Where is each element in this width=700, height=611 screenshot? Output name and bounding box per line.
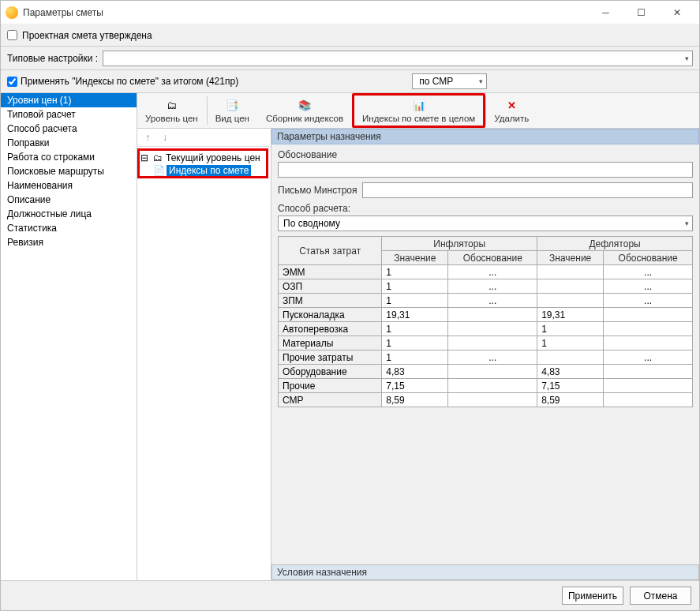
cell-inf-value[interactable]: 1 bbox=[382, 336, 448, 350]
tb-label: Уровень цен bbox=[145, 114, 198, 123]
cell-def-value[interactable] bbox=[537, 279, 604, 294]
cell-def-value[interactable]: 7,15 bbox=[537, 379, 604, 393]
sidebar-item-typical[interactable]: Типовой расчет bbox=[1, 107, 137, 122]
cell-inf-just[interactable] bbox=[448, 365, 537, 379]
sidebar-item-rows[interactable]: Работа со строками bbox=[1, 150, 137, 164]
data-grid[interactable]: Статья затрат Инфляторы Дефляторы Значен… bbox=[278, 236, 693, 407]
cell-def-value[interactable]: 4,83 bbox=[537, 365, 604, 379]
col-inf-just: Обоснование bbox=[448, 251, 537, 265]
table-row[interactable]: ЗПМ 1 ... ... bbox=[279, 294, 693, 308]
apply-indices-checkbox[interactable] bbox=[7, 77, 17, 87]
approved-checkbox[interactable] bbox=[7, 30, 17, 40]
sidebar-item-price-levels[interactable]: Уровни цен (1) bbox=[1, 93, 137, 107]
letter-input[interactable] bbox=[362, 182, 693, 198]
table-row[interactable]: Оборудование 4,83 4,83 bbox=[279, 365, 693, 379]
table-row[interactable]: ОЗП 1 ... ... bbox=[279, 279, 693, 294]
titlebar: Параметры сметы ─ ☐ ✕ bbox=[1, 1, 699, 24]
cell-inf-value[interactable]: 1 bbox=[382, 322, 448, 336]
close-button[interactable]: ✕ bbox=[659, 2, 694, 24]
table-row[interactable]: Прочие затраты 1 ... ... bbox=[279, 350, 693, 365]
cell-inf-just[interactable] bbox=[448, 322, 537, 336]
table-row[interactable]: Прочие 7,15 7,15 bbox=[279, 379, 693, 393]
method-value: По сводному bbox=[283, 218, 340, 229]
apply-indices-label: Применять "Индексы по смете" за итогом (… bbox=[21, 76, 238, 87]
cell-inf-just[interactable] bbox=[448, 393, 537, 407]
cell-article: Пусконаладка bbox=[279, 308, 382, 322]
toolbar: 🗂 Уровень цен 📑 Вид цен 📚 Сборник индекс… bbox=[137, 93, 699, 129]
type-settings-combo[interactable]: ▾ bbox=[103, 51, 693, 66]
cell-def-just[interactable] bbox=[604, 393, 693, 407]
tb-collection[interactable]: 📚 Сборник индексов bbox=[258, 93, 352, 128]
cell-inf-just[interactable]: ... bbox=[448, 279, 537, 294]
tb-delete[interactable]: ✕ Удалить bbox=[486, 93, 537, 128]
app-icon bbox=[6, 6, 18, 19]
minimize-button[interactable]: ─ bbox=[588, 2, 623, 24]
cell-inf-value[interactable]: 4,83 bbox=[382, 365, 448, 379]
cell-def-value[interactable] bbox=[537, 294, 604, 308]
cell-def-just[interactable]: ... bbox=[604, 265, 693, 279]
sidebar-item-officials[interactable]: Должностные лица bbox=[1, 207, 137, 221]
cancel-button[interactable]: Отмена bbox=[630, 587, 691, 605]
tb-view-prices[interactable]: 📑 Вид цен bbox=[208, 93, 258, 128]
table-row[interactable]: СМР 8,59 8,59 bbox=[279, 393, 693, 407]
cell-inf-value[interactable]: 1 bbox=[382, 294, 448, 308]
method-select[interactable]: По сводному ▾ bbox=[278, 216, 693, 231]
sidebar-item-statistics[interactable]: Статистика bbox=[1, 221, 137, 235]
sidebar-item-routes[interactable]: Поисковые маршруты bbox=[1, 164, 137, 178]
cell-inf-value[interactable]: 1 bbox=[382, 350, 448, 365]
cell-inf-just[interactable] bbox=[448, 379, 537, 393]
cell-def-just[interactable]: ... bbox=[604, 279, 693, 294]
table-row[interactable]: Пусконаладка 19,31 19,31 bbox=[279, 308, 693, 322]
cell-inf-just[interactable]: ... bbox=[448, 265, 537, 279]
cell-def-just[interactable] bbox=[604, 365, 693, 379]
cell-def-just[interactable] bbox=[604, 379, 693, 393]
cell-def-value[interactable]: 19,31 bbox=[537, 308, 604, 322]
cell-inf-value[interactable]: 1 bbox=[382, 279, 448, 294]
cell-inf-just[interactable]: ... bbox=[448, 350, 537, 365]
tb-price-level[interactable]: 🗂 Уровень цен bbox=[137, 93, 207, 128]
tree-root[interactable]: ⊟ 🗂 Текущий уровень цен bbox=[139, 152, 269, 164]
cell-inf-value[interactable]: 1 bbox=[382, 265, 448, 279]
cell-def-value[interactable] bbox=[537, 265, 604, 279]
cell-def-value[interactable]: 8,59 bbox=[537, 393, 604, 407]
cell-inf-just[interactable] bbox=[448, 308, 537, 322]
justification-input[interactable] bbox=[278, 162, 693, 178]
sidebar-item-names[interactable]: Наименования bbox=[1, 178, 137, 193]
tree-child-label: Индексы по смете bbox=[167, 165, 251, 176]
work-type-select[interactable]: по СМР ▾ bbox=[412, 73, 487, 89]
cell-inf-value[interactable]: 19,31 bbox=[382, 308, 448, 322]
whole-indices-icon: 📊 bbox=[412, 98, 426, 112]
apply-button[interactable]: Применить bbox=[562, 587, 623, 605]
cell-def-value[interactable] bbox=[537, 350, 604, 365]
col-def-value: Значение bbox=[537, 251, 604, 265]
sidebar-item-calc-method[interactable]: Способ расчета bbox=[1, 122, 137, 136]
table-row[interactable]: ЭММ 1 ... ... bbox=[279, 265, 693, 279]
index-icon: 📄 bbox=[153, 165, 164, 176]
price-level-icon: 🗂 bbox=[164, 98, 178, 112]
table-row[interactable]: Автоперевозка 1 1 bbox=[279, 322, 693, 336]
justification-label: Обоснование bbox=[278, 149, 693, 160]
cell-article: Прочие bbox=[279, 379, 382, 393]
cell-def-just[interactable] bbox=[604, 336, 693, 350]
move-up-button[interactable]: ↑ bbox=[140, 130, 155, 144]
cell-inf-value[interactable]: 7,15 bbox=[382, 379, 448, 393]
col-def-just: Обоснование bbox=[604, 251, 693, 265]
cell-def-just[interactable] bbox=[604, 322, 693, 336]
cell-def-just[interactable]: ... bbox=[604, 294, 693, 308]
cell-inf-value[interactable]: 8,59 bbox=[382, 393, 448, 407]
maximize-button[interactable]: ☐ bbox=[623, 2, 659, 24]
cell-def-just[interactable]: ... bbox=[604, 350, 693, 365]
cell-inf-just[interactable] bbox=[448, 336, 537, 350]
sidebar-item-corrections[interactable]: Поправки bbox=[1, 136, 137, 150]
cell-inf-just[interactable]: ... bbox=[448, 294, 537, 308]
cell-def-value[interactable]: 1 bbox=[537, 322, 604, 336]
table-row[interactable]: Материалы 1 1 bbox=[279, 336, 693, 350]
sidebar-item-description[interactable]: Описание bbox=[1, 193, 137, 207]
move-down-button[interactable]: ↓ bbox=[158, 130, 172, 144]
tb-whole-indices[interactable]: 📊 Индексы по смете в целом bbox=[352, 93, 485, 128]
cell-def-value[interactable]: 1 bbox=[537, 336, 604, 350]
minus-icon[interactable]: ⊟ bbox=[139, 152, 150, 163]
cell-def-just[interactable] bbox=[604, 308, 693, 322]
sidebar-item-revision[interactable]: Ревизия bbox=[1, 235, 137, 249]
tree-child[interactable]: 📄 Индексы по смете bbox=[153, 164, 269, 177]
